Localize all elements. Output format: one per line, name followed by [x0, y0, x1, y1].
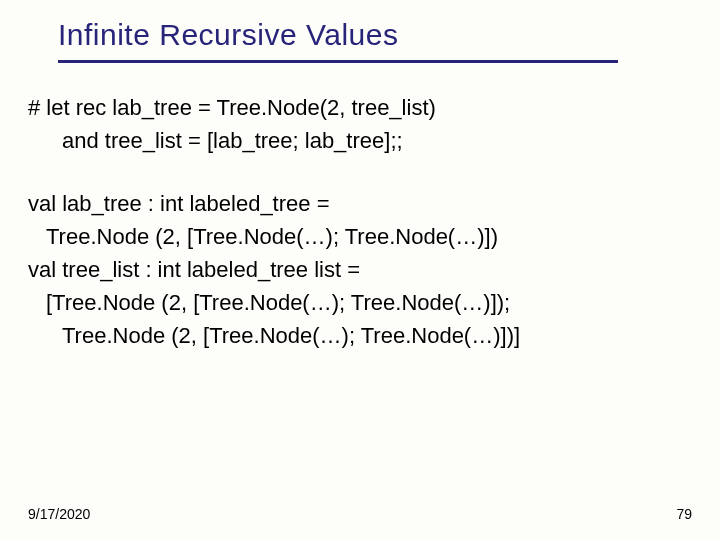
output-block: val lab_tree : int labeled_tree = Tree.N…	[28, 187, 690, 352]
footer-date: 9/17/2020	[28, 506, 90, 522]
footer: 9/17/2020 79	[28, 506, 692, 522]
output-line-2: Tree.Node (2, [Tree.Node(…); Tree.Node(……	[28, 220, 690, 253]
footer-page-number: 79	[676, 506, 692, 522]
output-line-3: val tree_list : int labeled_tree list =	[28, 253, 690, 286]
code-block: # let rec lab_tree = Tree.Node(2, tree_l…	[28, 91, 690, 157]
code-line-2: and tree_list = [lab_tree; lab_tree];;	[28, 124, 690, 157]
output-line-1: val lab_tree : int labeled_tree =	[28, 187, 690, 220]
slide-content: # let rec lab_tree = Tree.Node(2, tree_l…	[0, 63, 720, 352]
output-line-4: [Tree.Node (2, [Tree.Node(…); Tree.Node(…	[28, 286, 690, 319]
output-line-5: Tree.Node (2, [Tree.Node(…); Tree.Node(……	[28, 319, 690, 352]
code-line-1: # let rec lab_tree = Tree.Node(2, tree_l…	[28, 91, 690, 124]
slide-title: Infinite Recursive Values	[58, 18, 720, 52]
